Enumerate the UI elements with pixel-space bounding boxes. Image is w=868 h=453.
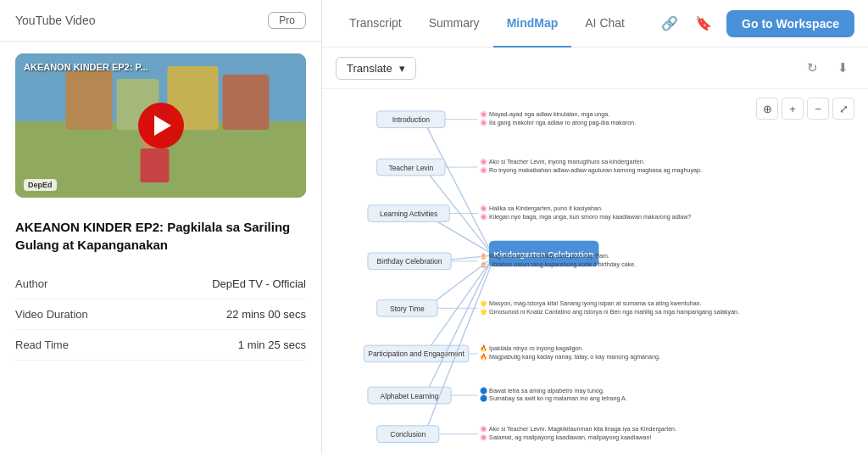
mindmap-area: ⊕ + − ⤢ Kindergarten Celebration Introdu… [322, 89, 868, 453]
meta-label: Author [15, 277, 47, 290]
download-icon[interactable]: ⬇ [831, 56, 854, 80]
pro-badge[interactable]: Pro [268, 12, 306, 29]
expand-icon[interactable]: ⤢ [832, 98, 854, 120]
tab-transcript[interactable]: Transcript [336, 0, 415, 48]
link-icon[interactable]: 🔗 [657, 11, 682, 36]
svg-text:Introduction: Introduction [392, 115, 431, 124]
meta-row: Video Duration 22 mins 00 secs [15, 299, 306, 330]
translate-actions: ↻ ⬇ [800, 56, 854, 80]
svg-text:🌸 Mayad-ayad nga adlaw kinula: 🌸 Mayad-ayad nga adlaw kinulatan, mga un… [480, 110, 609, 118]
svg-text:🎂 Ubrahon natun rang kapareho: 🎂 Ubrahon natun rang kaparehong korte it… [480, 260, 636, 268]
svg-text:🌸 Ila gang makolor nga adlaw : 🌸 Ila gang makolor nga adlaw ro atong pa… [480, 119, 636, 126]
svg-text:🔵 Bawat letra sa aming alpabe: 🔵 Bawat letra sa aming alpabetro may tun… [480, 387, 604, 394]
left-header-title: YouTube Video [15, 14, 95, 27]
play-button[interactable] [138, 103, 184, 148]
meta-row: Author DepEd TV - Official [15, 269, 306, 299]
zoom-in-icon[interactable]: + [782, 98, 804, 120]
video-title-overlay: AKEANON KINDER EP2: P... [24, 62, 148, 72]
map-controls: ⊕ + − ⤢ [756, 98, 854, 120]
svg-text:Alphabet Learning: Alphabet Learning [381, 392, 439, 400]
meta-value: 22 mins 00 secs [226, 308, 306, 321]
svg-text:Learning Activities: Learning Activities [380, 210, 437, 218]
svg-text:🔥 Magpabulig kang kaday nanay: 🔥 Magpabulig kang kaday nanay, tatay, o … [480, 353, 660, 361]
translate-dropdown[interactable]: Translate ▾ [336, 57, 416, 80]
bookmark-icon[interactable]: 🔖 [691, 11, 716, 36]
refresh-icon[interactable]: ↻ [800, 56, 824, 80]
svg-text:🌸 Kilegan nyo baga, mga unga,: 🌸 Kilegan nyo baga, mga unga, kun smoro … [480, 213, 691, 221]
svg-text:Story Time: Story Time [390, 305, 425, 313]
go-workspace-button[interactable]: Go to Workspace [726, 10, 854, 37]
svg-text:🌸 Ro inyong makaibahan adlaw-: 🌸 Ro inyong makaibahan adlaw-adlaw agutu… [480, 166, 702, 174]
svg-line-10 [425, 122, 489, 248]
meta-row: Read Time 1 min 25 secs [15, 330, 306, 361]
translate-bar: Translate ▾ ↻ ⬇ [322, 48, 868, 89]
svg-text:Conclusion: Conclusion [390, 430, 426, 439]
tab-summary[interactable]: Summary [415, 0, 493, 48]
meta-value: DepEd TV - Official [212, 277, 306, 290]
meta-value: 1 min 25 secs [238, 338, 306, 351]
svg-text:Birthday Celebration: Birthday Celebration [377, 257, 442, 266]
meta-section: Author DepEd TV - Official Video Duratio… [15, 269, 306, 361]
right-panel: Transcript Summary MindMap AI Chat 🔗 🔖 G… [322, 0, 868, 453]
left-panel: YouTube Video Pro AKEANON KINDER EP2: P.… [0, 0, 322, 453]
video-title: AKEANON KINDER EP2: Pagkilala sa Sarilin… [15, 218, 306, 254]
tab-aichat[interactable]: AI Chat [571, 0, 638, 48]
svg-text:🌟 Ginosunod ni Knaliz Cantati: 🌟 Ginosunod ni Knaliz Cantatino ang isto… [480, 308, 739, 316]
mindmap-svg: Kindergarten Celebration Introduction 🌸 … [322, 89, 868, 453]
svg-text:Participation and Engagement: Participation and Engagement [368, 350, 465, 358]
zoom-out-icon[interactable]: − [807, 98, 829, 120]
meta-label: Read Time [15, 338, 69, 351]
svg-text:🌸 Halika sa Kindergarten, pun: 🌸 Halika sa Kindergarten, puno it kasiya… [480, 204, 603, 212]
left-header: YouTube Video Pro [0, 0, 321, 42]
svg-text:🔥 Ipakilala ninyo ro inyong k: 🔥 Ipakilala ninyo ro inyong kagaligon. [480, 344, 583, 352]
svg-text:🌟 Masyon, mag-istorya kita! S: 🌟 Masyon, mag-istorya kita! Sanang iyong… [480, 299, 701, 307]
location-icon[interactable]: ⊕ [756, 98, 778, 120]
video-thumbnail[interactable]: AKEANON KINDER EP2: P... DepEd [15, 53, 306, 198]
svg-text:🌸 Salamat, ag malipayong kaad: 🌸 Salamat, ag malipayong kaadlawan, mali… [480, 433, 651, 441]
svg-text:🌸 Ako si Teacher Levin. Magki: 🌸 Ako si Teacher Levin. Magkikitaunman k… [480, 425, 676, 433]
meta-label: Video Duration [15, 308, 88, 321]
video-bg: AKEANON KINDER EP2: P... DepEd [15, 53, 306, 198]
play-icon [154, 115, 171, 136]
svg-text:🎂 Mag-obra kita it birthday c: 🎂 Mag-obra kita it birthday cake para ka… [480, 252, 609, 260]
video-info: AKEANON KINDER EP2: Pagkilala sa Sarilin… [0, 210, 321, 361]
svg-text:Teacher Levin: Teacher Levin [388, 164, 433, 172]
tab-icons: 🔗 🔖 [657, 11, 716, 36]
epd-logo: DepEd [24, 179, 57, 191]
tab-mindmap[interactable]: MindMap [493, 0, 572, 48]
chevron-down-icon: ▾ [399, 62, 405, 75]
translate-label: Translate [347, 62, 392, 75]
svg-text:🔵 Sumabay sa awit ko ng malam: 🔵 Sumabay sa awit ko ng malaman ino ang … [480, 394, 627, 402]
svg-text:🌸 Ako si Teacher Levin, inyon: 🌸 Ako si Teacher Levin, inyong manugthur… [480, 158, 645, 165]
tab-bar: Transcript Summary MindMap AI Chat 🔗 🔖 G… [322, 0, 868, 48]
